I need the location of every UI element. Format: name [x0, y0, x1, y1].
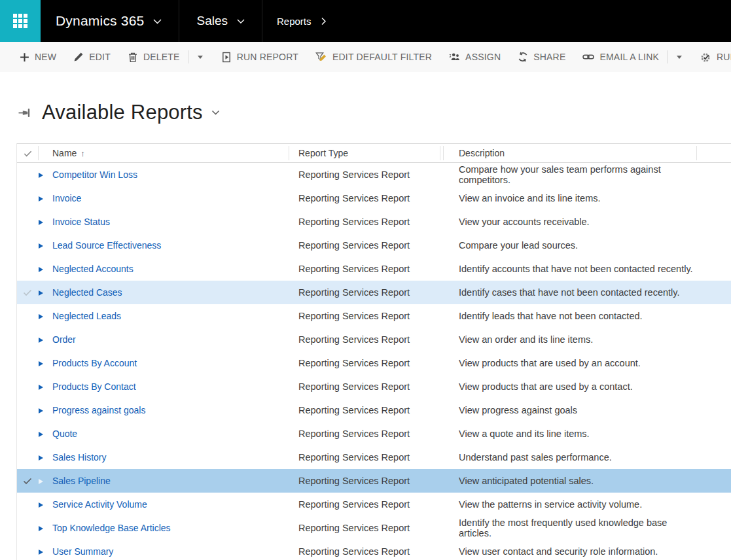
table-row[interactable]: User Summary Reporting Services Report V… [17, 540, 731, 560]
row-select-cell[interactable] [17, 405, 38, 415]
table-row[interactable]: Sales Pipeline Reporting Services Report… [17, 469, 731, 493]
expand-row-cell[interactable] [38, 334, 52, 345]
report-link[interactable]: Products By Account [52, 358, 137, 368]
expand-row-cell[interactable] [38, 522, 52, 534]
view-title[interactable]: Available Reports [42, 101, 203, 124]
expand-row-cell[interactable] [38, 263, 52, 275]
share-label: SHARE [533, 52, 565, 62]
expand-row-cell[interactable] [38, 499, 52, 510]
row-select-cell[interactable] [17, 287, 38, 298]
expand-row-cell[interactable] [38, 381, 52, 393]
row-select-cell[interactable] [17, 193, 38, 203]
report-link[interactable]: Invoice [52, 193, 81, 203]
row-select-cell[interactable] [17, 217, 38, 227]
report-link[interactable]: Progress against goals [52, 405, 145, 415]
column-divider[interactable] [440, 146, 440, 160]
row-select-cell[interactable] [17, 264, 38, 274]
row-select-cell[interactable] [17, 476, 38, 486]
run-workflow-button[interactable]: RUN WORKFLOW [700, 52, 731, 63]
report-link[interactable]: Sales History [52, 452, 106, 463]
select-all-checkmark[interactable] [17, 149, 38, 158]
row-select-cell[interactable] [17, 240, 38, 251]
report-link[interactable]: Neglected Cases [52, 287, 122, 298]
report-link[interactable]: Top Knowledge Base Articles [52, 523, 171, 533]
table-row[interactable]: Products By Account Reporting Services R… [17, 351, 731, 375]
pin-icon[interactable] [18, 107, 32, 118]
row-select-cell[interactable] [17, 381, 38, 392]
pencil-icon [73, 52, 84, 62]
expand-row-cell[interactable] [38, 310, 52, 322]
row-select-cell[interactable] [17, 334, 38, 345]
table-row[interactable]: Competitor Win Loss Reporting Services R… [17, 163, 731, 186]
nav-module-menu[interactable]: Sales [179, 0, 262, 42]
row-select-cell[interactable] [17, 546, 38, 557]
row-select-cell[interactable] [17, 523, 38, 533]
table-row[interactable]: Invoice Reporting Services Report View a… [17, 186, 731, 210]
report-link[interactable]: Lead Source Effectiveness [52, 240, 161, 251]
row-select-cell[interactable] [17, 358, 38, 368]
table-row[interactable]: Neglected Accounts Reporting Services Re… [17, 257, 731, 281]
column-header-name[interactable]: Name ↑ [52, 148, 289, 158]
report-description-cell: Understand past sales performance. [442, 452, 696, 463]
report-link[interactable]: Products By Contact [52, 381, 136, 392]
share-button[interactable]: SHARE [518, 52, 565, 62]
delete-button[interactable]: DELETE [128, 52, 180, 63]
report-link[interactable]: Neglected Accounts [52, 264, 134, 274]
table-row[interactable]: Top Knowledge Base Articles Reporting Se… [17, 516, 731, 540]
report-link[interactable]: Service Activity Volume [52, 499, 147, 510]
table-row[interactable]: Lead Source Effectiveness Reporting Serv… [17, 234, 731, 257]
view-selector-chevron-icon[interactable] [211, 110, 220, 116]
expand-row-cell[interactable] [38, 451, 52, 463]
expand-row-cell[interactable] [38, 404, 52, 416]
report-link[interactable]: Invoice Status [52, 217, 110, 227]
report-link[interactable]: Competitor Win Loss [52, 169, 137, 180]
email-a-link-button[interactable]: EMAIL A LINK [582, 52, 659, 62]
edit-default-filter-button[interactable]: EDIT DEFAULT FILTER [315, 52, 432, 62]
table-row[interactable]: Invoice Status Reporting Services Report… [17, 210, 731, 234]
breadcrumb[interactable]: Reports [262, 0, 327, 42]
column-header-report-type[interactable]: Report Type [289, 148, 442, 158]
app-launcher-button[interactable] [0, 0, 41, 42]
table-row[interactable]: Products By Contact Reporting Services R… [17, 375, 731, 398]
table-row[interactable]: Order Reporting Services Report View an … [17, 328, 731, 351]
row-select-cell[interactable] [17, 169, 38, 180]
report-type-cell: Reporting Services Report [289, 358, 442, 368]
run-report-button[interactable]: RUN REPORT [221, 52, 298, 63]
nav-app-menu[interactable]: Dynamics 365 [41, 0, 179, 42]
expand-row-cell[interactable] [38, 239, 52, 251]
expand-row-cell[interactable] [38, 357, 52, 369]
report-link[interactable]: Sales Pipeline [52, 476, 111, 486]
table-row[interactable]: Neglected Leads Reporting Services Repor… [17, 304, 731, 328]
new-button[interactable]: NEW [20, 52, 56, 62]
report-description-cell: View products that are used by an accoun… [442, 358, 696, 368]
report-name-cell: Products By Account [52, 357, 289, 369]
column-divider[interactable] [289, 146, 289, 160]
report-link[interactable]: Neglected Leads [52, 311, 121, 321]
check-icon [23, 149, 33, 158]
expand-row-cell[interactable] [38, 192, 52, 204]
expand-row-cell[interactable] [38, 428, 52, 440]
expand-row-cell[interactable] [38, 169, 52, 181]
column-header-description[interactable]: Description [442, 148, 696, 158]
table-row[interactable]: Sales History Reporting Services Report … [17, 446, 731, 469]
table-row[interactable]: Neglected Cases Reporting Services Repor… [17, 281, 731, 304]
table-row[interactable]: Service Activity Volume Reporting Servic… [17, 493, 731, 516]
expand-row-cell[interactable] [38, 216, 52, 228]
row-select-cell[interactable] [17, 499, 38, 510]
column-divider[interactable] [696, 146, 697, 160]
row-select-cell[interactable] [17, 452, 38, 463]
edit-button[interactable]: EDIT [73, 52, 111, 62]
email-more-button[interactable] [675, 54, 683, 60]
expand-row-cell[interactable] [38, 475, 52, 487]
row-select-cell[interactable] [17, 429, 38, 439]
row-select-cell[interactable] [17, 311, 38, 321]
expand-row-cell[interactable] [38, 546, 52, 557]
report-link[interactable]: Quote [52, 429, 77, 439]
table-row[interactable]: Quote Reporting Services Report View a q… [17, 422, 731, 446]
table-row[interactable]: Progress against goals Reporting Service… [17, 398, 731, 422]
expand-row-cell[interactable] [38, 287, 52, 298]
report-link[interactable]: Order [52, 334, 76, 345]
assign-button[interactable]: ASSIGN [449, 52, 501, 62]
more-commands-button[interactable] [196, 54, 204, 60]
report-link[interactable]: User Summary [52, 546, 113, 557]
